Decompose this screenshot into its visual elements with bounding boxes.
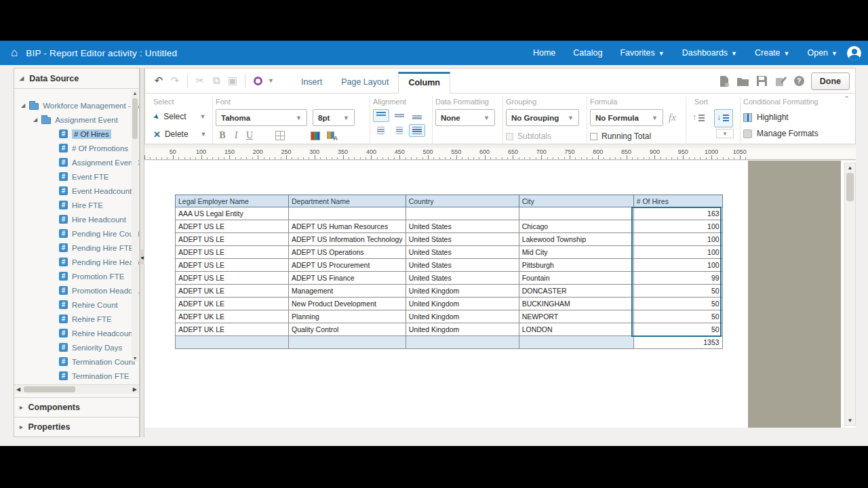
table-cell[interactable]: 50 <box>633 298 722 310</box>
caret-down-icon[interactable]: ▼ <box>200 113 206 120</box>
table-cell[interactable]: ADEPT US Human Resources <box>289 220 406 233</box>
tree-field[interactable]: #Promotion FTE <box>14 269 139 283</box>
table-cell[interactable]: 100 <box>633 233 722 246</box>
tree-field[interactable]: #Seniority Days <box>14 340 139 354</box>
components-section-header[interactable]: ▸ Components <box>14 397 139 416</box>
column-header[interactable]: # Of Hires <box>633 195 722 207</box>
sort-ascending-button[interactable]: ↑ <box>690 109 709 127</box>
scroll-thumb[interactable] <box>24 386 75 392</box>
table-cell[interactable]: ADEPT US LE <box>176 220 289 233</box>
manage-formats-button[interactable]: Manage Formats <box>743 125 848 142</box>
table-cell[interactable]: Quality Control <box>289 323 406 336</box>
font-color-icon[interactable] <box>327 131 337 140</box>
tree-field[interactable]: ## Of Hires <box>14 127 139 141</box>
panel-splitter[interactable]: ◀ <box>140 68 144 437</box>
caret-down-icon[interactable]: ▼ <box>201 131 207 138</box>
table-cell[interactable]: United States <box>406 220 519 233</box>
table-cell[interactable]: Chicago <box>519 220 633 233</box>
table-cell[interactable] <box>519 207 633 220</box>
scroll-down-icon[interactable]: ▼ <box>132 356 138 361</box>
table-cell[interactable] <box>406 336 519 349</box>
tree-field[interactable]: #Promotion Headcour <box>14 283 139 298</box>
table-cell[interactable] <box>406 207 519 220</box>
grand-total-cell[interactable]: 1353 <box>633 336 722 349</box>
collapse-ribbon-icon[interactable]: ⌃ <box>844 95 850 102</box>
table-cell[interactable]: United States <box>406 233 519 246</box>
table-cell[interactable]: AAA US Legal Entity <box>176 207 289 220</box>
tab-column[interactable]: Column <box>398 72 450 94</box>
table-cell[interactable]: ADEPT US Information Technology <box>289 233 406 246</box>
running-total-checkbox[interactable] <box>590 133 597 140</box>
table-cell[interactable]: ADEPT UK LE <box>176 323 289 336</box>
tree-vertical-scrollbar[interactable]: ▲ ▼ <box>132 90 138 361</box>
help-icon[interactable]: ? <box>794 76 804 86</box>
preview-icon[interactable] <box>250 73 266 89</box>
expand-triangle-icon[interactable]: ▸ <box>20 404 23 411</box>
underline-button[interactable]: U <box>243 130 256 141</box>
fx-icon[interactable]: fx <box>669 112 676 123</box>
paste-icon[interactable]: ▣ <box>224 73 241 89</box>
table-cell[interactable]: NEWPORT <box>519 310 633 323</box>
tree-field[interactable]: #Rehire Count <box>14 298 139 312</box>
undo-icon[interactable]: ↶ <box>151 73 167 89</box>
table-cell[interactable]: 50 <box>633 310 722 323</box>
expand-triangle-icon[interactable]: ◢ <box>21 102 25 108</box>
tree-field[interactable]: #Event Headcount <box>14 184 139 198</box>
table-cell[interactable]: 100 <box>633 259 722 272</box>
open-folder-icon[interactable] <box>737 75 749 87</box>
save-as-icon[interactable] <box>775 75 787 87</box>
collapse-triangle-icon[interactable]: ◢ <box>20 75 24 81</box>
save-icon[interactable] <box>756 75 768 87</box>
preview-caret-icon[interactable]: ▼ <box>268 77 274 84</box>
table-cell[interactable]: 99 <box>633 272 722 285</box>
tree-field[interactable]: #Termination FTE <box>14 369 139 383</box>
table-cell[interactable]: ADEPT UK LE <box>176 310 289 323</box>
align-center-button[interactable] <box>391 124 408 137</box>
user-avatar[interactable] <box>847 46 861 60</box>
align-top-button[interactable] <box>373 109 389 122</box>
table-cell[interactable]: BUCKINGHAM <box>519 298 633 310</box>
table-cell[interactable]: Mid City <box>519 246 633 259</box>
background-color-icon[interactable] <box>311 131 320 140</box>
table-cell[interactable]: 100 <box>633 246 722 259</box>
align-right-button[interactable] <box>409 124 425 137</box>
table-cell[interactable]: United States <box>406 259 519 272</box>
table-cell[interactable]: United Kingdom <box>406 285 519 298</box>
copy-icon[interactable]: ⧉ <box>208 73 224 89</box>
table-cell[interactable]: DONCASTER <box>519 285 633 298</box>
tree-field[interactable]: #Event FTE <box>14 169 139 184</box>
scroll-up-icon[interactable]: ▲ <box>132 91 138 96</box>
expand-triangle-icon[interactable]: ▸ <box>20 424 23 430</box>
tree-field[interactable]: #Pending Hire FTE <box>14 241 139 255</box>
table-cell[interactable]: ADEPT UK LE <box>176 285 289 298</box>
table-cell[interactable]: LONDON <box>519 323 633 336</box>
table-cell[interactable]: 100 <box>633 220 722 233</box>
data-source-header[interactable]: ◢ Data Source <box>14 68 139 89</box>
scroll-up-icon[interactable]: ▲ <box>845 165 855 171</box>
grouping-select[interactable]: No Grouping ▼ <box>506 109 579 126</box>
borders-icon[interactable] <box>275 131 285 140</box>
scroll-right-icon[interactable]: ▶ <box>133 386 137 392</box>
table-cell[interactable]: ADEPT US Operations <box>289 246 406 259</box>
nav-favorites[interactable]: Favorites▼ <box>620 48 664 58</box>
table-cell[interactable]: 50 <box>633 323 722 336</box>
delete-button[interactable]: ✕ Delete ▼ <box>153 127 205 142</box>
home-icon[interactable]: ⌂ <box>11 46 18 60</box>
font-family-select[interactable]: Tahoma ▼ <box>216 109 307 126</box>
tree-field[interactable]: #Assignment Event Co <box>14 155 139 169</box>
table-cell[interactable]: ADEPT US Procurement <box>289 259 406 272</box>
align-left-button[interactable] <box>373 124 389 137</box>
sort-descending-button[interactable]: ↓ <box>714 109 733 127</box>
table-cell[interactable]: United Kingdom <box>406 323 519 336</box>
scroll-thumb[interactable] <box>132 98 138 139</box>
italic-button[interactable]: I <box>229 130 243 141</box>
data-format-select[interactable]: None ▼ <box>435 109 495 126</box>
sort-options-caret[interactable]: ▼ <box>716 129 734 138</box>
tree-horizontal-scrollbar[interactable]: ◀ ▶ <box>14 384 139 394</box>
subtotals-checkbox-row[interactable]: Subtotals <box>506 131 580 141</box>
table-cell[interactable]: Fountain <box>519 272 633 285</box>
table-cell[interactable]: ADEPT US LE <box>176 246 289 259</box>
tree-field[interactable]: #Rehire FTE <box>14 312 139 326</box>
table-cell[interactable]: 50 <box>633 285 722 298</box>
scroll-down-icon[interactable]: ▼ <box>845 418 855 424</box>
